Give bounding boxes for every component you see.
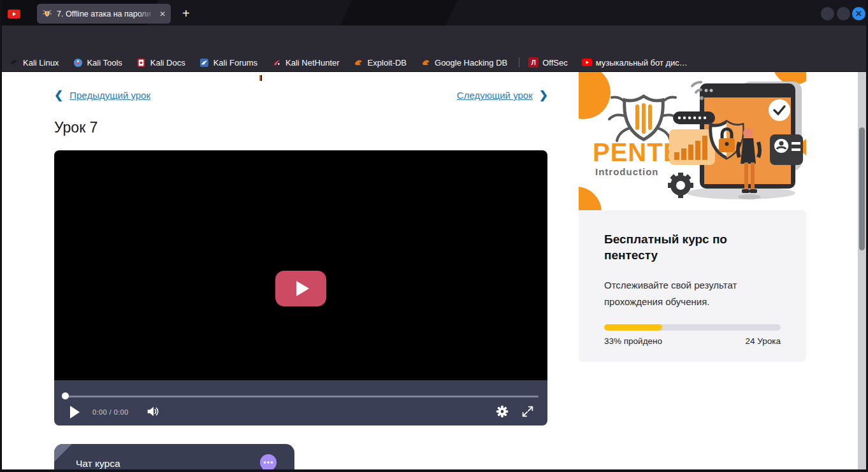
banner-subtitle-text: Introduction: [595, 166, 658, 177]
youtube-icon: [13, 12, 16, 16]
course-card-title: Бесплатный курс по пентесту: [604, 231, 757, 263]
course-progress-fill: [604, 324, 662, 331]
course-chat-widget[interactable]: Чат курса: [54, 444, 294, 469]
bookmark-music-bot[interactable]: музыкальный бот дис…: [582, 57, 688, 68]
bookmark-kali-nethunter[interactable]: Kali NetHunter: [271, 57, 340, 68]
exploit-db-icon: [354, 57, 364, 68]
window-close-button[interactable]: ✕: [852, 7, 865, 20]
youtube-pinned-tab[interactable]: [8, 10, 20, 18]
video-seek-bar[interactable]: [64, 396, 539, 397]
video-big-play-button[interactable]: [275, 271, 326, 306]
tab-close-icon[interactable]: ✕: [159, 10, 166, 18]
video-time-separator: /: [109, 408, 111, 416]
video-screen[interactable]: [54, 150, 547, 380]
video-current-time: 0:00: [92, 408, 107, 416]
window-border-bottom: [0, 469, 868, 472]
window-maximize-button[interactable]: [837, 7, 850, 20]
kali-nethunter-icon: [271, 57, 282, 68]
google-hacking-db-icon: [421, 57, 431, 68]
bookmark-kali-linux[interactable]: Kali Linux: [9, 57, 59, 68]
chat-corner-accent: [54, 444, 76, 466]
course-progress-labels: 33% пройдено 24 Урока: [604, 336, 781, 346]
video-play-button[interactable]: [70, 406, 80, 418]
progress-percent-label: 33% пройдено: [604, 336, 662, 346]
new-tab-button[interactable]: +: [182, 6, 190, 21]
bookmark-kali-forums[interactable]: Kali Forums: [199, 57, 257, 68]
course-sidebar: PENTEST Introduction: [579, 72, 806, 469]
page-scrollbar-thumb[interactable]: [859, 127, 865, 250]
chat-title: Чат курса: [76, 458, 120, 469]
course-banner-illustration: PENTEST Introduction: [579, 72, 806, 210]
kali-tools-icon: [73, 57, 83, 68]
next-lesson-link[interactable]: Следующий урок ❯: [457, 89, 548, 102]
fullscreen-icon[interactable]: [521, 404, 535, 418]
settings-gear-icon[interactable]: [495, 404, 509, 418]
lessons-count-label: 24 Урока: [746, 336, 781, 346]
video-seek-handle[interactable]: [62, 392, 69, 399]
bookmark-kali-docs[interactable]: Kali Docs: [136, 57, 185, 68]
page-scrollbar-track[interactable]: [858, 72, 866, 469]
previous-lesson-link[interactable]: ❮ Предыдущий урок: [54, 89, 150, 102]
youtube-icon: [582, 57, 592, 68]
tab-title-fade: [138, 8, 154, 20]
course-card-description: Отслеживайте свой результат прохождения …: [604, 277, 763, 310]
kali-forums-icon: [199, 57, 210, 68]
window-border-left: [0, 0, 2, 472]
chevron-right-icon: ❯: [539, 89, 548, 102]
lesson-title: Урок 7: [54, 119, 98, 136]
chevron-left-icon: ❮: [54, 89, 63, 102]
bookmark-offsec[interactable]: Л OffSec: [528, 57, 568, 68]
offsec-icon: Л: [528, 57, 539, 68]
active-tab[interactable]: 7. Offline атака на пароли ✕: [37, 4, 171, 24]
bookmarks-separator: [519, 57, 519, 68]
next-lesson-label: Следующий урок: [457, 90, 533, 101]
browser-titlebar: 7. Offline атака на пароли ✕ + ✕: [0, 0, 868, 25]
window-minimize-button[interactable]: [821, 7, 834, 20]
bookmark-exploit-db[interactable]: Exploit-DB: [354, 57, 407, 68]
banner-isometric-art: [668, 82, 803, 199]
bookmark-google-hacking-db[interactable]: Google Hacking DB: [421, 57, 507, 68]
bookmark-kali-tools[interactable]: Kali Tools: [73, 57, 122, 68]
lesson-main-column: ❮ Предыдущий урок Следующий урок ❯ Урок …: [54, 72, 548, 469]
kali-docs-icon: [136, 57, 147, 68]
course-progress-bar: [604, 324, 781, 331]
page-content: ❮ Предыдущий урок Следующий урок ❯ Урок …: [2, 72, 866, 469]
video-controls-bar: 0:00 / 0:00: [54, 380, 547, 426]
video-time-display: 0:00 / 0:00: [92, 408, 128, 416]
kali-linux-icon: [9, 57, 19, 68]
course-progress-card: Бесплатный курс по пентесту Отслеживайте…: [579, 210, 806, 362]
browser-toolbar: https://codeby.school/training/view/urok…: [0, 25, 868, 54]
chat-bubble-icon[interactable]: [258, 453, 278, 469]
volume-icon[interactable]: [145, 404, 159, 418]
video-player[interactable]: 0:00 / 0:00: [54, 150, 547, 426]
play-icon: [296, 281, 309, 296]
codeby-favicon-icon: [42, 9, 52, 19]
bookmarks-bar: Kali Linux Kali Tools Kali Docs Kali For…: [0, 54, 868, 72]
previous-lesson-label: Предыдущий урок: [69, 90, 150, 101]
lesson-navigation: ❮ Предыдущий урок Следующий урок ❯: [54, 89, 548, 102]
video-duration: 0:00: [113, 408, 128, 416]
